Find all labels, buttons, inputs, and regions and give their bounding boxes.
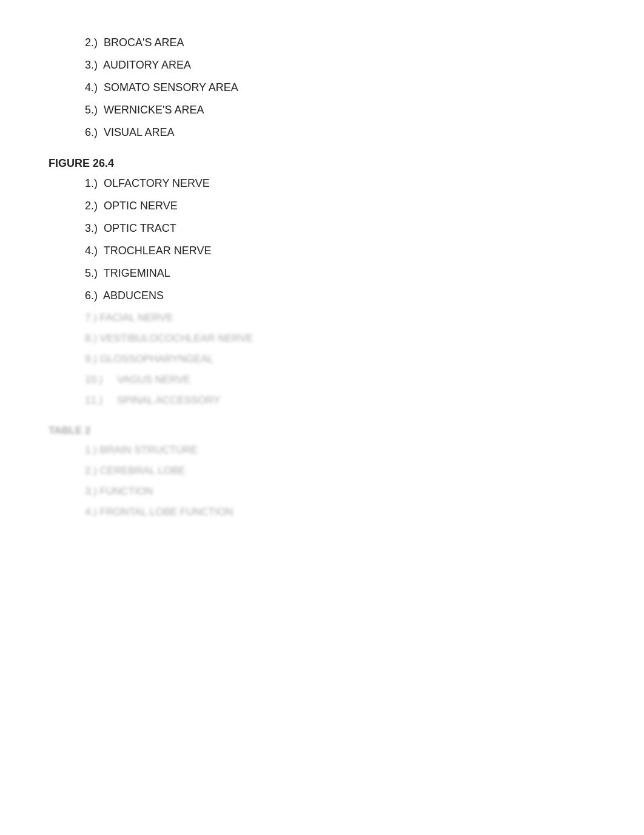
list-item: 4.) TROCHLEAR NERVE — [85, 245, 595, 257]
figure-label: FIGURE 26.4 — [49, 157, 595, 170]
list-item: 1.) OLFACTORY NERVE — [85, 177, 595, 190]
item-text: AUDITORY AREA — [103, 59, 191, 71]
item-text: ABDUCENS — [103, 289, 164, 302]
list-item: 6.) VISUAL AREA — [85, 126, 595, 139]
blurred-section-items: 1.) BRAIN STRUCTURE 2.) CEREBRAL LOBE 3.… — [85, 444, 595, 518]
blurred-list-item: 2.) CEREBRAL LOBE — [85, 465, 595, 477]
list-item: 3.) AUDITORY AREA — [85, 59, 595, 72]
item-text: TROCHLEAR NERVE — [104, 245, 212, 257]
item-num: 6.) — [85, 126, 104, 138]
figure-26-4-section: FIGURE 26.4 1.) OLFACTORY NERVE 2.) OPTI… — [49, 157, 595, 407]
item-num: 1.) — [85, 177, 104, 189]
blurred-section: TABLE 2 1.) BRAIN STRUCTURE 2.) CEREBRAL… — [49, 425, 595, 518]
blurred-list-item: 8.) VESTIBULOCOCHLEAR NERVE — [85, 333, 595, 345]
blurred-list-item: 1.) BRAIN STRUCTURE — [85, 444, 595, 456]
item-text: OPTIC NERVE — [104, 200, 178, 212]
preceding-list: 2.) BROCA'S AREA 3.) AUDITORY AREA 4.) S… — [49, 36, 595, 139]
item-text: OPTIC TRACT — [104, 222, 176, 234]
list-item: 2.) BROCA'S AREA — [85, 36, 595, 49]
item-num: 6.) — [85, 289, 103, 302]
item-text: WERNICKE'S AREA — [104, 104, 204, 116]
blurred-list-item: 7.) FACIAL NERVE — [85, 312, 595, 324]
blurred-list-item: 10.) VAGUS NERVE — [85, 374, 595, 386]
list-item: 4.) SOMATO SENSORY AREA — [85, 81, 595, 94]
item-text: SOMATO SENSORY AREA — [104, 81, 238, 93]
item-num: 5.) — [85, 267, 104, 279]
list-item: 5.) TRIGEMINAL — [85, 267, 595, 280]
list-item: 5.) WERNICKE'S AREA — [85, 104, 595, 117]
item-num: 2.) — [85, 36, 104, 49]
item-num: 2.) — [85, 200, 104, 212]
item-num: 3.) — [85, 59, 103, 71]
list-item: 3.) OPTIC TRACT — [85, 222, 595, 235]
blurred-list-item: 3.) FUNCTION — [85, 485, 595, 498]
item-text: OLFACTORY NERVE — [104, 177, 210, 189]
item-text: TRIGEMINAL — [104, 267, 170, 279]
item-num: 4.) — [85, 81, 104, 93]
blurred-list-item: 11.) SPINAL ACCESSORY — [85, 394, 595, 407]
item-num: 4.) — [85, 245, 104, 257]
list-item: 2.) OPTIC NERVE — [85, 200, 595, 212]
list-item: 6.) ABDUCENS — [85, 289, 595, 302]
blurred-list-item: 9.) GLOSSOPHARYNGEAL — [85, 353, 595, 365]
blurred-figure-label: TABLE 2 — [49, 425, 595, 437]
blurred-list-item: 4.) FRONTAL LOBE FUNCTION — [85, 506, 595, 518]
item-text: BROCA'S AREA — [104, 36, 184, 49]
item-text: VISUAL AREA — [104, 126, 174, 138]
item-num: 5.) — [85, 104, 104, 116]
item-num: 3.) — [85, 222, 104, 234]
